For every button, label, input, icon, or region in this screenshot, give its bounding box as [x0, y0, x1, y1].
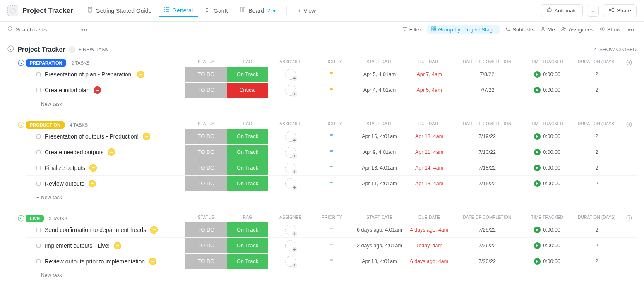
col-status[interactable]: STATUS	[185, 215, 227, 222]
assignee-placeholder[interactable]	[285, 85, 296, 96]
duration-value[interactable]: 2	[596, 243, 598, 249]
duration-value[interactable]: 2	[596, 134, 598, 139]
status-square-icon[interactable]	[36, 182, 41, 186]
play-icon[interactable]	[534, 242, 541, 249]
start-date[interactable]: Apr 13, 4:01am	[362, 165, 397, 171]
time-tracked[interactable]: 0:00:00	[522, 242, 572, 249]
start-date[interactable]: 6 days ago, 4:01am	[357, 227, 402, 233]
new-task-button[interactable]: + New task	[36, 191, 637, 204]
status-square-icon[interactable]	[36, 259, 41, 263]
assignee-placeholder[interactable]	[285, 131, 296, 142]
rag-pill[interactable]: On Track	[227, 67, 268, 82]
assignee-placeholder[interactable]	[285, 69, 296, 80]
task-name-cell[interactable]: Create needed outputs	[26, 148, 185, 156]
status-pill[interactable]: TO DO	[185, 222, 227, 237]
col-status[interactable]: STATUS	[185, 60, 227, 66]
priority-flag-icon[interactable]	[329, 72, 335, 77]
col-due[interactable]: DUE DATE	[406, 215, 452, 222]
due-date[interactable]: Today, 4am	[416, 243, 442, 249]
col-time[interactable]: TIME TRACKED	[522, 215, 572, 222]
start-date[interactable]: Apr 5, 4:01am	[363, 72, 396, 77]
task-row[interactable]: Create needed outputsTO DOOn TrackApr 9,…	[26, 144, 637, 160]
col-start[interactable]: START DATE	[353, 60, 406, 66]
completion-date[interactable]: 7/13/22	[478, 149, 496, 155]
rag-pill[interactable]: On Track	[227, 222, 268, 237]
completion-date[interactable]: 7/8/22	[480, 72, 495, 77]
priority-flag-icon[interactable]	[329, 258, 335, 264]
subtasks-button[interactable]: Subtasks	[505, 26, 534, 33]
time-tracked[interactable]: 0:00:00	[522, 149, 572, 155]
time-tracked[interactable]: 0:00:00	[522, 227, 572, 233]
filter-more-button[interactable]: •••	[626, 26, 637, 33]
priority-flag-icon[interactable]	[329, 181, 335, 186]
completion-date[interactable]: 7/7/22	[480, 87, 495, 93]
add-column-button[interactable]	[622, 122, 637, 128]
start-date[interactable]: 2 days ago, 4:01am	[357, 243, 402, 249]
status-square-icon[interactable]	[36, 72, 41, 76]
priority-flag-icon[interactable]	[329, 134, 335, 139]
col-rag[interactable]: RAG	[227, 215, 268, 222]
assignee-placeholder[interactable]	[285, 240, 296, 251]
play-icon[interactable]	[534, 87, 541, 93]
share-button[interactable]: Share	[603, 4, 637, 17]
col-complete[interactable]: DATE OF COMPLETION	[452, 60, 522, 66]
tab-getting-started[interactable]: Getting Started Guide	[82, 5, 156, 17]
time-tracked[interactable]: 0:00:00	[522, 180, 572, 187]
search-box[interactable]	[7, 26, 74, 33]
rag-pill[interactable]: On Track	[227, 176, 268, 191]
play-icon[interactable]	[534, 180, 541, 187]
start-date[interactable]: Apr 18, 4:01am	[362, 258, 397, 264]
start-date[interactable]: Apr 4, 4:01am	[363, 87, 396, 93]
col-duration[interactable]: DURATION (DAYS)	[572, 60, 622, 66]
priority-flag-icon[interactable]	[329, 87, 335, 93]
task-name-cell[interactable]: Presentation of outputs - Production!	[26, 133, 185, 140]
task-name-cell[interactable]: Implement outputs - Live!	[26, 242, 185, 249]
col-due[interactable]: DUE DATE	[406, 122, 452, 128]
duration-value[interactable]: 2	[596, 72, 598, 77]
time-tracked[interactable]: 0:00:00	[522, 258, 572, 265]
completion-date[interactable]: 7/20/22	[478, 258, 496, 264]
play-icon[interactable]	[534, 149, 541, 155]
col-status[interactable]: STATUS	[185, 122, 227, 128]
col-assignee[interactable]: ASSIGNEE	[270, 60, 311, 66]
duration-value[interactable]: 2	[596, 258, 598, 264]
play-icon[interactable]	[534, 258, 541, 265]
status-square-icon[interactable]	[36, 228, 41, 232]
due-date[interactable]: Apr 11, 4am	[415, 149, 443, 155]
start-date[interactable]: Apr 9, 4:01am	[363, 149, 396, 155]
task-name-cell[interactable]: Review outputs	[26, 180, 185, 187]
rag-pill[interactable]: On Track	[227, 145, 268, 160]
search-more-button[interactable]: •••	[79, 26, 90, 33]
col-priority[interactable]: PRIORITY	[311, 215, 353, 222]
completion-date[interactable]: 7/25/22	[478, 227, 496, 233]
info-icon[interactable]: i	[69, 46, 75, 53]
collapse-icon[interactable]	[7, 45, 14, 53]
status-pill[interactable]: TO DO	[185, 160, 227, 175]
col-assignee[interactable]: ASSIGNEE	[270, 215, 311, 222]
status-pill[interactable]: TO DO	[185, 129, 227, 144]
group-badge[interactable]: PREPARATION	[26, 59, 66, 67]
task-row[interactable]: Presentation of plan - Preparation!TO DO…	[26, 67, 637, 82]
status-pill[interactable]: TO DO	[185, 67, 227, 82]
col-complete[interactable]: DATE OF COMPLETION	[452, 122, 522, 128]
task-name-cell[interactable]: Send confirmation to department heads	[26, 226, 185, 234]
play-icon[interactable]	[534, 133, 541, 140]
due-date[interactable]: 6 days ago, 4am	[410, 258, 448, 264]
status-pill[interactable]: TO DO	[185, 238, 227, 253]
task-name-cell[interactable]: Finalize outputs	[26, 164, 185, 172]
due-date[interactable]: 4 days ago, 4am	[410, 227, 448, 233]
add-view-button[interactable]: + View	[293, 5, 321, 17]
group-badge[interactable]: LIVE	[26, 215, 44, 222]
priority-flag-icon[interactable]	[329, 227, 335, 233]
add-column-button[interactable]	[622, 215, 637, 222]
status-square-icon[interactable]	[36, 88, 41, 92]
new-task-button[interactable]: + New task	[36, 98, 637, 110]
group-collapse-icon[interactable]	[17, 122, 26, 128]
search-input[interactable]	[16, 26, 74, 33]
col-time[interactable]: TIME TRACKED	[522, 60, 572, 66]
rag-pill[interactable]: On Track	[227, 129, 268, 144]
col-priority[interactable]: PRIORITY	[311, 60, 353, 66]
status-pill[interactable]: TO DO	[185, 145, 227, 160]
status-square-icon[interactable]	[36, 166, 41, 170]
status-square-icon[interactable]	[36, 134, 41, 139]
